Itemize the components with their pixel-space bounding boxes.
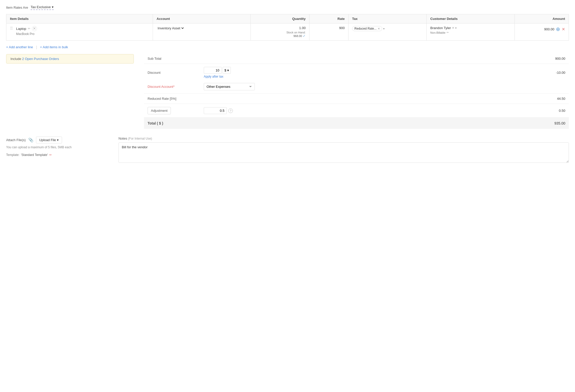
- col-header-rate: Rate: [309, 14, 348, 23]
- po-prefix: Include: [10, 57, 21, 61]
- currency-value: $ ▾: [224, 68, 229, 72]
- left-panel: Include 2 Open Purchase Orders: [6, 54, 144, 129]
- discount-account-label-cell: Discount Account*: [144, 81, 200, 94]
- upload-file-btn[interactable]: Upload File ▾: [36, 137, 62, 143]
- discount-account-amount: [272, 81, 569, 94]
- col-header-account: Account: [153, 14, 251, 23]
- tax-exclusive-value: Tax Exclusive: [31, 5, 51, 9]
- po-link[interactable]: 2 Open Purchase Orders: [22, 57, 59, 61]
- template-edit-icon[interactable]: ✏: [49, 153, 52, 157]
- stock-label: Stock on Hand:: [286, 31, 306, 34]
- notes-label-text: Notes: [118, 137, 127, 140]
- total-value: 935.00: [272, 118, 569, 129]
- tax-exclusive-chevron: ▾: [52, 5, 54, 9]
- col-header-item-details: Item Details: [6, 14, 153, 23]
- tax-dropdown-btn[interactable]: ▾: [383, 27, 385, 30]
- item-name: Laptop: [16, 27, 26, 31]
- discount-input[interactable]: [204, 67, 222, 74]
- check-circle-icon: ✓: [303, 34, 306, 38]
- notes-textarea[interactable]: Bill for the vendor: [118, 142, 569, 163]
- totals-table: Sub Total 900.00 Discount $ ▾ Apply afte…: [144, 54, 569, 129]
- tax-value: Reduced Rate...: [354, 27, 377, 30]
- apply-after-tax-link[interactable]: Apply after tax: [204, 75, 268, 78]
- discount-account-label: Discount Account*: [148, 85, 175, 89]
- notes-label: Notes (For Internal Use): [118, 137, 569, 140]
- quantity-value: 1.00: [254, 26, 306, 30]
- right-panel: Sub Total 900.00 Discount $ ▾ Apply afte…: [144, 54, 569, 129]
- tax-remove-btn[interactable]: ✕: [378, 27, 380, 30]
- upload-hint: You can upload a maximum of 5 files, 5MB…: [6, 145, 108, 149]
- adjustment-label-cell: Adjustment: [144, 104, 200, 118]
- stock-value: 968.00: [293, 34, 302, 38]
- separator: |: [36, 45, 37, 49]
- adjustment-amount: 0.50: [272, 104, 569, 118]
- account-cell: Inventory Asset: [153, 23, 251, 41]
- col-header-quantity: Quantity: [251, 14, 309, 23]
- quantity-cell: 1.00 Stock on Hand: 968.00 ✓: [251, 23, 309, 41]
- adjustment-input[interactable]: [204, 107, 227, 114]
- rate-cell: 900: [309, 23, 348, 41]
- attach-notes-section: Attach File(s) 📎 Upload File ▾ You can u…: [6, 137, 569, 164]
- tax-rate-value: 44.50: [272, 94, 569, 104]
- discount-label: Discount: [144, 64, 200, 81]
- item-details-cell: ⠿ Laptop ✏ ✕ MacBook Pro: [6, 23, 153, 41]
- col-header-amount: Amount: [514, 14, 569, 23]
- item-sub-name: MacBook Pro: [16, 32, 149, 36]
- customer-name: Brandon Tyler: [430, 26, 451, 30]
- col-header-customer-details: Customer Details: [427, 14, 515, 23]
- discount-account-select-cell: Other Expenses: [200, 81, 272, 94]
- customer-dropdown-btn[interactable]: ▾: [455, 27, 457, 29]
- template-value: 'Standard Template': [21, 153, 48, 157]
- remove-item-btn[interactable]: ✕: [32, 26, 37, 31]
- col-header-tax: Tax: [349, 14, 427, 23]
- customer-remove-btn[interactable]: ✕: [452, 26, 454, 30]
- add-line-row: + Add another line | + Add items in bulk: [6, 44, 569, 51]
- non-billable-edit-icon[interactable]: ✏: [447, 31, 449, 34]
- paperclip-icon: 📎: [28, 138, 33, 142]
- remove-row-icon[interactable]: ✕: [562, 27, 565, 32]
- table-row: ⠿ Laptop ✏ ✕ MacBook Pro Inventory Asset: [6, 23, 569, 41]
- items-table: Item Details Account Quantity Rate Tax C…: [6, 14, 569, 41]
- total-label: Total ( $ ): [144, 118, 200, 129]
- add-items-bulk-btn[interactable]: + Add items in bulk: [40, 44, 68, 51]
- tax-rate-label: Reduced Rate [5%]: [144, 94, 200, 104]
- discount-input-cell: $ ▾ Apply after tax: [200, 64, 272, 81]
- discount-account-select[interactable]: Other Expenses: [204, 83, 255, 90]
- attach-label-text: Attach File(s): [6, 138, 26, 142]
- tax-exclusive-select[interactable]: Tax Exclusive ▾: [31, 5, 54, 10]
- subtotal-label: Sub Total: [144, 54, 200, 64]
- attach-label: Attach File(s) 📎 Upload File ▾: [6, 137, 108, 143]
- notes-for-internal: (For Internal Use): [128, 137, 152, 140]
- template-line: Template: 'Standard Template' ✏: [6, 153, 108, 157]
- customer-details-cell: Brandon Tyler ✕ ▾ Non-Billable ✏: [427, 23, 515, 41]
- bottom-section: Include 2 Open Purchase Orders Sub Total…: [6, 54, 569, 129]
- adjustment-input-cell: ?: [200, 104, 272, 118]
- edit-item-icon[interactable]: ✏: [28, 27, 30, 30]
- adjustment-help-icon[interactable]: ?: [228, 108, 233, 113]
- template-label: Template:: [6, 153, 19, 157]
- rate-value: 900: [339, 26, 345, 30]
- subtotal-value: 900.00: [272, 54, 569, 64]
- attach-panel: Attach File(s) 📎 Upload File ▾ You can u…: [6, 137, 108, 164]
- currency-select-btn[interactable]: $ ▾: [223, 67, 231, 74]
- adjustment-btn[interactable]: Adjustment: [148, 107, 171, 114]
- amount-cell: 900.00 ⊕ ✕: [514, 23, 569, 41]
- account-select[interactable]: Inventory Asset: [157, 26, 185, 30]
- add-row-icon[interactable]: ⊕: [556, 26, 560, 32]
- tax-rate-middle: [200, 94, 272, 104]
- amount-value: 900.00: [518, 27, 554, 31]
- item-rates-row: Item Rates Are Tax Exclusive ▾: [6, 5, 569, 10]
- total-middle: [200, 118, 272, 129]
- item-rates-label: Item Rates Are: [6, 6, 28, 9]
- non-billable-label: Non-Billable: [430, 31, 445, 34]
- drag-handle[interactable]: ⠿: [10, 26, 15, 31]
- notes-panel: Notes (For Internal Use) Bill for the ve…: [118, 137, 569, 164]
- tax-cell: Reduced Rate... ✕ ▾: [349, 23, 427, 41]
- po-notice: Include 2 Open Purchase Orders: [6, 54, 134, 64]
- subtotal-middle: [200, 54, 272, 64]
- add-another-line-btn[interactable]: + Add another line: [6, 44, 33, 51]
- discount-amount: -10.00: [272, 64, 569, 81]
